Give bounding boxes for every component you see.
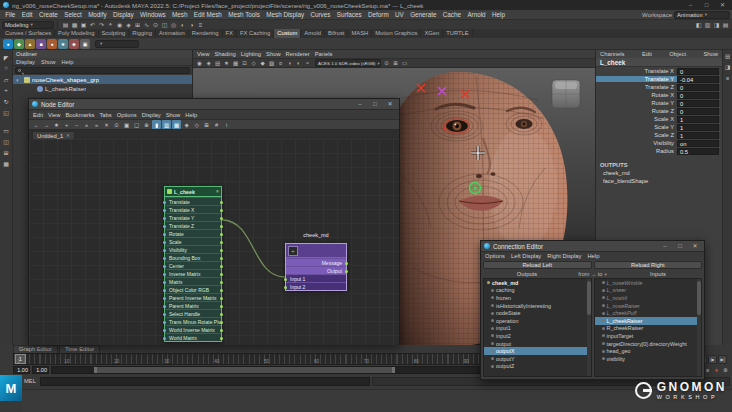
direction-dropdown[interactable]: from → to ▾ — [571, 271, 614, 277]
undo-icon[interactable]: ↶ — [88, 20, 97, 29]
menu-item[interactable]: Help — [587, 253, 599, 259]
pin-icon[interactable]: ⊙ — [112, 120, 121, 129]
lock-camera-icon[interactable]: ◈ — [204, 59, 213, 68]
attribute-row[interactable]: isHistoricallyInteresting — [484, 302, 591, 310]
node-header[interactable]: L_cheek ≡ — [165, 187, 221, 197]
menu-item[interactable]: UV — [392, 11, 407, 18]
close-button[interactable]: ✕ — [384, 99, 396, 110]
shelf-tab[interactable]: FX Caching — [237, 29, 274, 38]
frame-all-icon[interactable]: ▣ — [122, 120, 131, 129]
full-view-icon[interactable]: ▦ — [172, 120, 181, 129]
minimize-button[interactable]: – — [354, 99, 366, 110]
menu-item[interactable]: Left Display — [511, 253, 541, 259]
attribute-editor-tab-icon[interactable]: ▤ — [724, 52, 732, 60]
menu-item[interactable]: Arnold — [464, 11, 489, 18]
isolate-select-icon[interactable]: ⊙ — [382, 59, 391, 68]
shelf-tab[interactable]: Rendering — [189, 29, 223, 38]
node-attribute-row[interactable]: Scale — [165, 237, 221, 245]
menu-item[interactable]: Select — [61, 11, 85, 18]
reload-right-button[interactable]: Reload Right — [594, 261, 703, 269]
select-object-icon[interactable]: ◉ — [115, 20, 124, 29]
redo-icon[interactable]: ↷ — [97, 20, 106, 29]
menu-item[interactable]: Edit — [19, 11, 36, 18]
animation-start-field[interactable]: 1.00 — [13, 366, 30, 374]
channel-name[interactable]: Rotate Z — [596, 108, 677, 114]
channel-name[interactable]: Scale Z — [596, 132, 677, 138]
show-shapes-icon[interactable]: ◈ — [182, 120, 191, 129]
go-to-end-button[interactable]: ▶| — [718, 355, 727, 364]
info-icon[interactable]: i — [222, 120, 231, 129]
open-scene-icon[interactable]: ▦ — [70, 20, 79, 29]
grid-toggle-icon[interactable]: ⊞ — [391, 59, 400, 68]
node-attribute-row[interactable]: Translate Y — [165, 213, 221, 221]
channel-name[interactable]: Translate X — [596, 68, 677, 74]
graph-tab[interactable]: Untitled_1 ✕ — [32, 131, 75, 139]
shadows-icon[interactable]: ◑ — [285, 59, 294, 68]
shelf-tab[interactable]: Motion Graphics — [372, 29, 421, 38]
two-pane-layout-icon[interactable]: ◫ — [1, 136, 12, 146]
move-tool-icon[interactable]: + — [1, 85, 12, 95]
menu-item[interactable]: Show — [166, 112, 181, 118]
maya-ball-shelf-icon[interactable]: ● — [3, 39, 13, 49]
shelf-tab[interactable]: MASH — [348, 29, 372, 38]
menu-item[interactable]: Show — [41, 59, 56, 65]
output-node-item[interactable]: face_blendShape — [596, 177, 722, 185]
command-language-toggle[interactable]: MEL — [24, 378, 38, 384]
scrollbar-thumb[interactable] — [697, 281, 701, 315]
attribute-row[interactable]: L_cheekRaiser — [595, 317, 702, 325]
shelf-tab[interactable]: FX — [223, 29, 237, 38]
search-input[interactable] — [15, 67, 190, 74]
cheek-controller[interactable] — [470, 183, 481, 194]
channel-name[interactable]: Radius — [596, 148, 677, 154]
channel-value[interactable]: 1 — [677, 124, 719, 131]
menu-item[interactable]: Surfaces — [334, 11, 365, 18]
attribute-row[interactable]: caching — [484, 287, 591, 295]
menu-item[interactable]: Edit Mesh — [191, 11, 225, 18]
attribute-row[interactable]: L_nostril — [595, 294, 702, 302]
range-slider-handle[interactable] — [94, 367, 395, 373]
search-icon[interactable]: ⊕ — [142, 120, 151, 129]
shelf-tab[interactable]: Arnold — [301, 29, 325, 38]
show-hidden-icon[interactable]: ◇ — [192, 120, 201, 129]
shelf-tab[interactable]: Custom — [274, 29, 301, 38]
menu-item[interactable]: File — [2, 11, 19, 18]
node-attribute-row[interactable]: Input 1 — [286, 274, 346, 282]
channel-value[interactable]: 1 — [677, 132, 719, 139]
snap-point-icon[interactable]: ⊙ — [151, 20, 160, 29]
select-tool-icon[interactable]: ◤ — [1, 52, 12, 62]
channel-name[interactable]: Visibility — [596, 140, 677, 146]
node-attribute-row[interactable]: Select Handle — [165, 309, 221, 317]
channel-value[interactable]: 0 — [677, 92, 719, 99]
attribute-row[interactable]: frozen — [484, 294, 591, 302]
menu-item[interactable]: Shading — [214, 51, 235, 57]
image-plane-icon[interactable]: ▦ — [231, 59, 240, 68]
2d-pan-zoom-icon[interactable]: ⊡ — [240, 59, 249, 68]
close-button[interactable]: ✕ — [716, 0, 729, 10]
maximize-button[interactable]: □ — [369, 99, 381, 110]
menu-item[interactable]: Renderer — [286, 51, 310, 57]
clear-graph-icon[interactable]: ✕ — [102, 120, 111, 129]
channel-name[interactable]: Rotate X — [596, 92, 677, 98]
render-settings-icon[interactable]: ≡ — [196, 20, 205, 29]
node-menu-icon[interactable]: ≡ — [216, 189, 219, 194]
attribute-row[interactable]: cheek_md — [484, 279, 591, 287]
minimize-button[interactable]: – — [684, 0, 697, 10]
remove-node-icon[interactable]: − — [72, 120, 81, 129]
node-attribute-row[interactable]: Output — [286, 266, 346, 274]
channel-box-toggle-icon[interactable]: ▤ — [721, 20, 730, 29]
node-attribute-row[interactable]: Parent Inverse Matrix — [165, 293, 221, 301]
channel-box-tab-icon[interactable]: ≡ — [724, 74, 732, 82]
ipr-render-icon[interactable]: ◑ — [187, 20, 196, 29]
node-attribute-row[interactable]: World Matrix — [165, 333, 221, 341]
shelf-item-icon[interactable]: ◆ — [14, 39, 24, 49]
simple-view-icon[interactable]: ▮ — [152, 120, 161, 129]
connection-editor-title-bar[interactable]: Connection Editor – □ ✕ — [481, 241, 704, 252]
gate-mask-icon[interactable]: ▭ — [400, 59, 409, 68]
make-live-icon[interactable]: ◎ — [169, 20, 178, 29]
select-component-icon[interactable]: ◈ — [124, 20, 133, 29]
attribute-row[interactable]: targetDirectory[0].directoryWeight — [595, 340, 702, 348]
attribute-row[interactable]: R_cheekRaiser — [595, 325, 702, 333]
node-attribute-row[interactable]: Input 2 — [286, 282, 346, 290]
menu-item[interactable]: Mesh — [169, 11, 191, 18]
scrollbar-thumb[interactable] — [587, 281, 591, 315]
